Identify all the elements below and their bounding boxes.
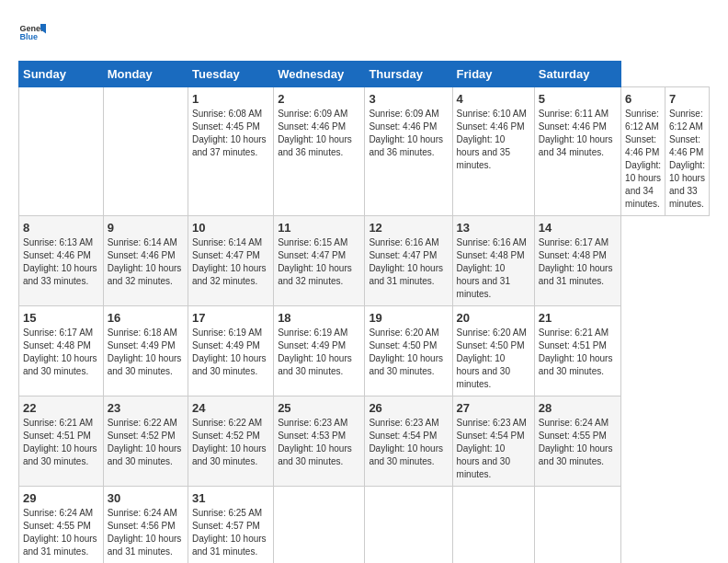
calendar-cell: 28 Sunrise: 6:24 AM Sunset: 4:55 PM Dayl… [534, 396, 620, 487]
day-info: Sunrise: 6:24 AM Sunset: 4:55 PM Dayligh… [539, 417, 617, 468]
calendar-cell [452, 487, 534, 564]
day-info: Sunrise: 6:23 AM Sunset: 4:54 PM Dayligh… [457, 417, 530, 481]
day-number: 22 [23, 401, 99, 415]
day-number: 8 [23, 221, 99, 235]
day-header-friday: Friday [452, 62, 534, 87]
calendar-cell: 13 Sunrise: 6:16 AM Sunset: 4:48 PM Dayl… [452, 216, 534, 306]
day-number: 11 [278, 221, 360, 235]
calendar-week-1: 8 Sunrise: 6:13 AM Sunset: 4:46 PM Dayli… [19, 216, 710, 306]
calendar-cell: 22 Sunrise: 6:21 AM Sunset: 4:51 PM Dayl… [19, 396, 104, 487]
day-number: 30 [108, 491, 184, 505]
calendar-week-0: 1 Sunrise: 6:08 AM Sunset: 4:45 PM Dayli… [19, 87, 710, 216]
calendar-cell: 19 Sunrise: 6:20 AM Sunset: 4:50 PM Dayl… [365, 306, 452, 396]
calendar-cell [365, 487, 452, 564]
calendar-cell: 11 Sunrise: 6:15 AM Sunset: 4:47 PM Dayl… [274, 216, 365, 306]
day-number: 5 [539, 92, 617, 106]
day-number: 20 [457, 311, 530, 325]
day-info: Sunrise: 6:13 AM Sunset: 4:46 PM Dayligh… [23, 236, 99, 288]
calendar-cell: 20 Sunrise: 6:20 AM Sunset: 4:50 PM Dayl… [452, 306, 534, 396]
calendar-cell: 16 Sunrise: 6:18 AM Sunset: 4:49 PM Dayl… [103, 306, 188, 396]
logo: General Blue [18, 18, 46, 46]
day-number: 27 [457, 401, 530, 415]
calendar-header-row: SundayMondayTuesdayWednesdayThursdayFrid… [19, 62, 710, 87]
day-number: 29 [23, 491, 99, 505]
calendar-cell: 3 Sunrise: 6:09 AM Sunset: 4:46 PM Dayli… [365, 87, 452, 216]
calendar-week-2: 15 Sunrise: 6:17 AM Sunset: 4:48 PM Dayl… [19, 306, 710, 396]
calendar-table: SundayMondayTuesdayWednesdayThursdayFrid… [18, 61, 710, 563]
day-number: 25 [278, 401, 360, 415]
day-info: Sunrise: 6:09 AM Sunset: 4:46 PM Dayligh… [369, 108, 448, 159]
calendar-cell: 29 Sunrise: 6:24 AM Sunset: 4:55 PM Dayl… [19, 487, 104, 564]
day-number: 15 [23, 311, 99, 325]
day-number: 14 [539, 221, 617, 235]
day-number: 21 [539, 311, 617, 325]
day-info: Sunrise: 6:22 AM Sunset: 4:52 PM Dayligh… [192, 417, 269, 468]
day-header-tuesday: Tuesday [188, 62, 274, 87]
day-info: Sunrise: 6:17 AM Sunset: 4:48 PM Dayligh… [23, 327, 99, 378]
day-info: Sunrise: 6:19 AM Sunset: 4:49 PM Dayligh… [278, 327, 360, 378]
calendar-cell: 31 Sunrise: 6:25 AM Sunset: 4:57 PM Dayl… [188, 487, 274, 564]
day-number: 7 [669, 92, 705, 106]
day-number: 12 [369, 221, 448, 235]
day-number: 17 [192, 311, 269, 325]
day-info: Sunrise: 6:12 AM Sunset: 4:46 PM Dayligh… [625, 108, 661, 211]
day-info: Sunrise: 6:24 AM Sunset: 4:55 PM Dayligh… [23, 507, 99, 558]
calendar-cell: 25 Sunrise: 6:23 AM Sunset: 4:53 PM Dayl… [274, 396, 365, 487]
calendar-cell: 10 Sunrise: 6:14 AM Sunset: 4:47 PM Dayl… [188, 216, 274, 306]
calendar-cell: 12 Sunrise: 6:16 AM Sunset: 4:47 PM Dayl… [365, 216, 452, 306]
day-info: Sunrise: 6:14 AM Sunset: 4:46 PM Dayligh… [108, 236, 184, 288]
day-info: Sunrise: 6:09 AM Sunset: 4:46 PM Dayligh… [278, 108, 360, 159]
day-number: 19 [369, 311, 448, 325]
day-info: Sunrise: 6:22 AM Sunset: 4:52 PM Dayligh… [108, 417, 184, 468]
day-info: Sunrise: 6:20 AM Sunset: 4:50 PM Dayligh… [457, 327, 530, 391]
page-header: General Blue [18, 18, 710, 46]
calendar-cell: 9 Sunrise: 6:14 AM Sunset: 4:46 PM Dayli… [103, 216, 188, 306]
calendar-week-4: 29 Sunrise: 6:24 AM Sunset: 4:55 PM Dayl… [19, 487, 710, 564]
calendar-cell: 30 Sunrise: 6:24 AM Sunset: 4:56 PM Dayl… [103, 487, 188, 564]
day-number: 3 [369, 92, 448, 106]
day-info: Sunrise: 6:12 AM Sunset: 4:46 PM Dayligh… [669, 108, 705, 211]
calendar-cell: 24 Sunrise: 6:22 AM Sunset: 4:52 PM Dayl… [188, 396, 274, 487]
day-header-wednesday: Wednesday [274, 62, 365, 87]
day-header-sunday: Sunday [19, 62, 104, 87]
day-number: 24 [192, 401, 269, 415]
day-info: Sunrise: 6:15 AM Sunset: 4:47 PM Dayligh… [278, 236, 360, 288]
day-number: 10 [192, 221, 269, 235]
day-header-saturday: Saturday [534, 62, 620, 87]
day-header-thursday: Thursday [365, 62, 452, 87]
day-info: Sunrise: 6:17 AM Sunset: 4:48 PM Dayligh… [539, 236, 617, 288]
day-info: Sunrise: 6:08 AM Sunset: 4:45 PM Dayligh… [192, 108, 269, 159]
day-info: Sunrise: 6:21 AM Sunset: 4:51 PM Dayligh… [539, 327, 617, 378]
calendar-week-3: 22 Sunrise: 6:21 AM Sunset: 4:51 PM Dayl… [19, 396, 710, 487]
day-number: 2 [278, 92, 360, 106]
day-info: Sunrise: 6:16 AM Sunset: 4:47 PM Dayligh… [369, 236, 448, 288]
calendar-cell: 23 Sunrise: 6:22 AM Sunset: 4:52 PM Dayl… [103, 396, 188, 487]
day-info: Sunrise: 6:19 AM Sunset: 4:49 PM Dayligh… [192, 327, 269, 378]
calendar-cell: 4 Sunrise: 6:10 AM Sunset: 4:46 PM Dayli… [452, 87, 534, 216]
calendar-cell: 18 Sunrise: 6:19 AM Sunset: 4:49 PM Dayl… [274, 306, 365, 396]
calendar-cell [534, 487, 620, 564]
calendar-cell: 7 Sunrise: 6:12 AM Sunset: 4:46 PM Dayli… [665, 87, 710, 216]
svg-text:Blue: Blue [20, 32, 39, 41]
day-info: Sunrise: 6:23 AM Sunset: 4:54 PM Dayligh… [369, 417, 448, 468]
day-number: 1 [192, 92, 269, 106]
day-number: 4 [457, 92, 530, 106]
calendar-cell: 15 Sunrise: 6:17 AM Sunset: 4:48 PM Dayl… [19, 306, 104, 396]
calendar-cell: 5 Sunrise: 6:11 AM Sunset: 4:46 PM Dayli… [534, 87, 620, 216]
calendar-cell: 17 Sunrise: 6:19 AM Sunset: 4:49 PM Dayl… [188, 306, 274, 396]
day-number: 28 [539, 401, 617, 415]
calendar-cell [274, 487, 365, 564]
day-number: 18 [278, 311, 360, 325]
day-number: 13 [457, 221, 530, 235]
day-info: Sunrise: 6:21 AM Sunset: 4:51 PM Dayligh… [23, 417, 99, 468]
calendar-cell: 8 Sunrise: 6:13 AM Sunset: 4:46 PM Dayli… [19, 216, 104, 306]
day-header-monday: Monday [103, 62, 188, 87]
day-info: Sunrise: 6:20 AM Sunset: 4:50 PM Dayligh… [369, 327, 448, 378]
calendar-cell: 1 Sunrise: 6:08 AM Sunset: 4:45 PM Dayli… [188, 87, 274, 216]
day-number: 6 [625, 92, 661, 106]
calendar-cell: 14 Sunrise: 6:17 AM Sunset: 4:48 PM Dayl… [534, 216, 620, 306]
day-info: Sunrise: 6:11 AM Sunset: 4:46 PM Dayligh… [539, 108, 617, 159]
day-number: 31 [192, 491, 269, 505]
day-info: Sunrise: 6:18 AM Sunset: 4:49 PM Dayligh… [108, 327, 184, 378]
day-info: Sunrise: 6:10 AM Sunset: 4:46 PM Dayligh… [457, 108, 530, 172]
